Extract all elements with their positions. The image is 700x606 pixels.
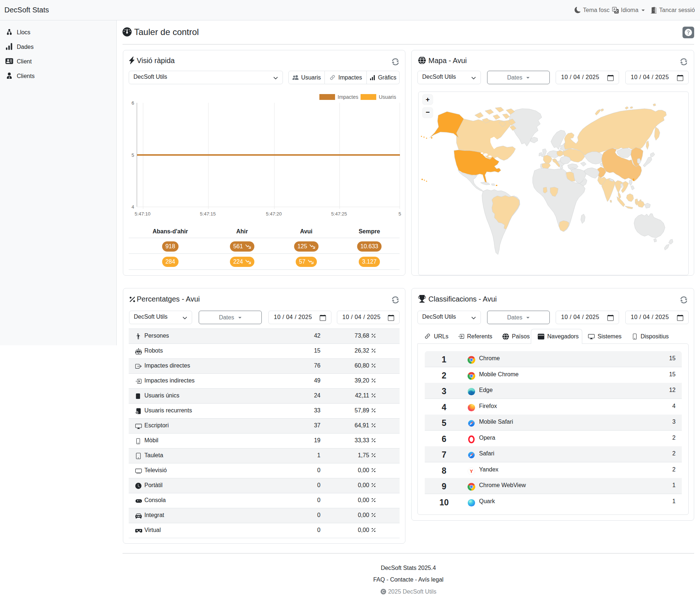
svg-text:Y: Y <box>470 469 473 474</box>
